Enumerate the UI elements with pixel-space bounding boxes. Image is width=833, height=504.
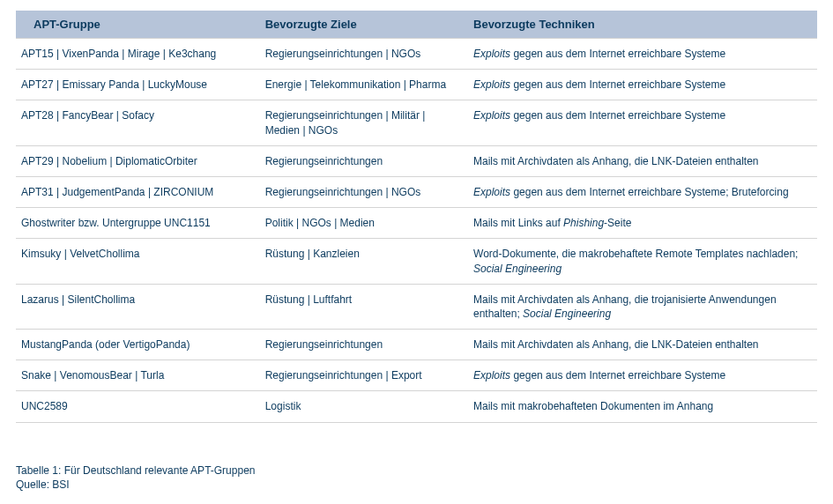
cell-technique: Mails mit Archivdaten als Anhang, die LN… [465, 330, 817, 360]
cell-group: APT29 | Nobelium | DiplomaticOrbiter [16, 145, 257, 176]
cell-technique: Exploits gegen aus dem Internet erreichb… [465, 70, 817, 100]
table-body: APT15 | VixenPanda | Mirage | Ke3changRe… [16, 39, 817, 423]
cell-technique: Exploits gegen aus dem Internet erreichb… [465, 176, 817, 207]
cell-group: MustangPanda (oder VertigoPanda) [16, 330, 257, 360]
cell-technique: Word-Dokumente, die makrobehaftete Remot… [465, 239, 817, 284]
cell-targets: Logistik [257, 391, 465, 422]
table-row: Ghostwriter bzw. Untergruppe UNC1151Poli… [16, 208, 817, 239]
table-header: APT-Gruppe Bevorzugte Ziele Bevorzugte T… [16, 11, 817, 39]
cell-technique: Exploits gegen aus dem Internet erreichb… [465, 100, 817, 145]
cell-group: APT15 | VixenPanda | Mirage | Ke3chang [16, 39, 257, 70]
col-header-targets: Bevorzugte Ziele [257, 11, 465, 39]
cell-targets: Regierungseinrichtungen [257, 145, 465, 176]
cell-targets: Regierungseinrichtungen | NGOs [257, 39, 465, 70]
cell-group: Lazarus | SilentChollima [16, 284, 257, 329]
cell-targets: Rüstung | Luftfahrt [257, 284, 465, 329]
table-row: APT28 | FancyBear | SofacyRegierungseinr… [16, 100, 817, 145]
cell-group: UNC2589 [16, 391, 257, 422]
cell-technique: Mails mit makrobehafteten Dokumenten im … [465, 391, 817, 422]
cell-targets: Energie | Telekommunikation | Pharma [257, 70, 465, 100]
cell-technique: Exploits gegen aus dem Internet erreichb… [465, 39, 817, 70]
cell-technique: Exploits gegen aus dem Internet erreichb… [465, 360, 817, 391]
cell-group: Kimsuky | VelvetChollima [16, 239, 257, 284]
table-caption: Tabelle 1: Für Deutschland relevante APT… [16, 463, 817, 493]
table-row: UNC2589LogistikMails mit makrobehafteten… [16, 391, 817, 422]
cell-group: APT28 | FancyBear | Sofacy [16, 100, 257, 145]
cell-group: APT27 | Emissary Panda | LuckyMouse [16, 70, 257, 100]
cell-technique: Mails mit Archivdaten als Anhang, die tr… [465, 284, 817, 329]
cell-targets: Regierungseinrichtungen | Export [257, 360, 465, 391]
caption-title: Tabelle 1: Für Deutschland relevante APT… [16, 463, 817, 478]
cell-targets: Politik | NGOs | Medien [257, 208, 465, 239]
cell-technique: Mails mit Archivdaten als Anhang, die LN… [465, 145, 817, 176]
table-row: Lazarus | SilentChollimaRüstung | Luftfa… [16, 284, 817, 329]
table-row: APT27 | Emissary Panda | LuckyMouseEnerg… [16, 70, 817, 100]
cell-targets: Regierungseinrichtungen | Militär | Medi… [257, 100, 465, 145]
cell-targets: Rüstung | Kanzleien [257, 239, 465, 284]
cell-group: Ghostwriter bzw. Untergruppe UNC1151 [16, 208, 257, 239]
apt-table: APT-Gruppe Bevorzugte Ziele Bevorzugte T… [16, 11, 817, 423]
caption-source: Quelle: BSI [16, 478, 817, 493]
table-row: Kimsuky | VelvetChollimaRüstung | Kanzle… [16, 239, 817, 284]
table-row: APT31 | JudgementPanda | ZIRCONIUMRegier… [16, 176, 817, 207]
cell-targets: Regierungseinrichtungen [257, 330, 465, 360]
table-row: MustangPanda (oder VertigoPanda)Regierun… [16, 330, 817, 360]
table-row: Snake | VenomousBear | TurlaRegierungsei… [16, 360, 817, 391]
cell-technique: Mails mit Links auf Phishing-Seite [465, 208, 817, 239]
col-header-techniques: Bevorzugte Techniken [465, 11, 817, 39]
col-header-group: APT-Gruppe [16, 11, 257, 39]
cell-group: APT31 | JudgementPanda | ZIRCONIUM [16, 176, 257, 207]
cell-targets: Regierungseinrichtungen | NGOs [257, 176, 465, 207]
cell-group: Snake | VenomousBear | Turla [16, 360, 257, 391]
table-row: APT15 | VixenPanda | Mirage | Ke3changRe… [16, 39, 817, 70]
table-row: APT29 | Nobelium | DiplomaticOrbiterRegi… [16, 145, 817, 176]
